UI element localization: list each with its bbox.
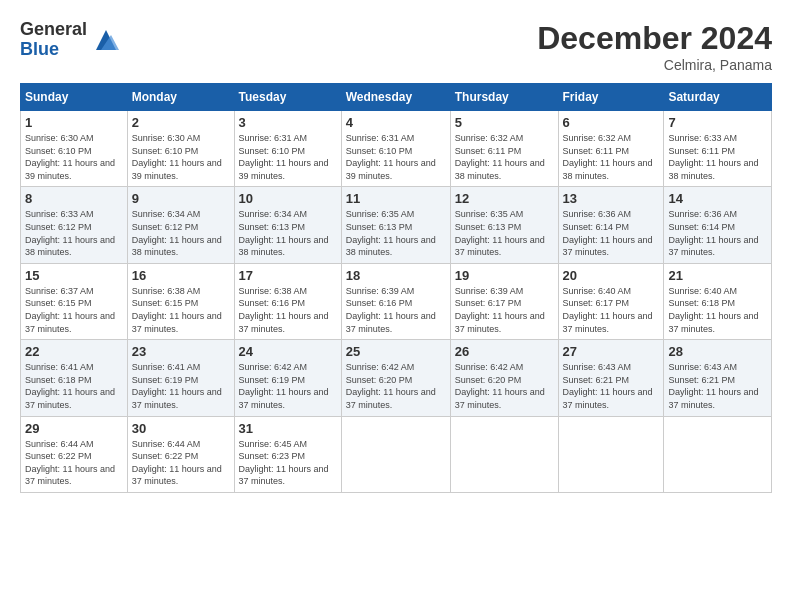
day-of-week-header: Friday [558, 84, 664, 111]
sunset-label: Sunset: 6:18 PM [668, 298, 735, 308]
sunset-label: Sunset: 6:17 PM [455, 298, 522, 308]
sunrise-label: Sunrise: 6:36 AM [668, 209, 737, 219]
daylight-label: Daylight: 11 hours and 38 minutes. [132, 235, 222, 258]
day-of-week-header: Thursday [450, 84, 558, 111]
calendar-cell: 18 Sunrise: 6:39 AM Sunset: 6:16 PM Dayl… [341, 263, 450, 339]
day-info: Sunrise: 6:38 AM Sunset: 6:16 PM Dayligh… [239, 285, 337, 335]
calendar-cell: 19 Sunrise: 6:39 AM Sunset: 6:17 PM Dayl… [450, 263, 558, 339]
sunrise-label: Sunrise: 6:40 AM [668, 286, 737, 296]
day-info: Sunrise: 6:40 AM Sunset: 6:17 PM Dayligh… [563, 285, 660, 335]
day-number: 4 [346, 115, 446, 130]
sunset-label: Sunset: 6:22 PM [25, 451, 92, 461]
calendar-cell: 27 Sunrise: 6:43 AM Sunset: 6:21 PM Dayl… [558, 340, 664, 416]
day-number: 22 [25, 344, 123, 359]
day-number: 26 [455, 344, 554, 359]
day-number: 31 [239, 421, 337, 436]
sunset-label: Sunset: 6:18 PM [25, 375, 92, 385]
daylight-label: Daylight: 11 hours and 39 minutes. [132, 158, 222, 181]
calendar-cell: 12 Sunrise: 6:35 AM Sunset: 6:13 PM Dayl… [450, 187, 558, 263]
sunset-label: Sunset: 6:14 PM [563, 222, 630, 232]
sunrise-label: Sunrise: 6:42 AM [455, 362, 524, 372]
sunset-label: Sunset: 6:11 PM [455, 146, 522, 156]
day-number: 9 [132, 191, 230, 206]
sunset-label: Sunset: 6:16 PM [346, 298, 413, 308]
daylight-label: Daylight: 11 hours and 37 minutes. [25, 464, 115, 487]
day-info: Sunrise: 6:35 AM Sunset: 6:13 PM Dayligh… [455, 208, 554, 258]
day-info: Sunrise: 6:30 AM Sunset: 6:10 PM Dayligh… [132, 132, 230, 182]
day-info: Sunrise: 6:42 AM Sunset: 6:20 PM Dayligh… [455, 361, 554, 411]
calendar-cell: 6 Sunrise: 6:32 AM Sunset: 6:11 PM Dayli… [558, 111, 664, 187]
calendar-cell: 13 Sunrise: 6:36 AM Sunset: 6:14 PM Dayl… [558, 187, 664, 263]
daylight-label: Daylight: 11 hours and 38 minutes. [668, 158, 758, 181]
day-info: Sunrise: 6:42 AM Sunset: 6:20 PM Dayligh… [346, 361, 446, 411]
daylight-label: Daylight: 11 hours and 38 minutes. [346, 235, 436, 258]
calendar-cell: 3 Sunrise: 6:31 AM Sunset: 6:10 PM Dayli… [234, 111, 341, 187]
sunset-label: Sunset: 6:16 PM [239, 298, 306, 308]
day-info: Sunrise: 6:33 AM Sunset: 6:11 PM Dayligh… [668, 132, 767, 182]
daylight-label: Daylight: 11 hours and 37 minutes. [239, 311, 329, 334]
day-number: 29 [25, 421, 123, 436]
sunset-label: Sunset: 6:20 PM [455, 375, 522, 385]
day-number: 14 [668, 191, 767, 206]
title-section: December 2024 Celmira, Panama [537, 20, 772, 73]
day-info: Sunrise: 6:33 AM Sunset: 6:12 PM Dayligh… [25, 208, 123, 258]
sunrise-label: Sunrise: 6:41 AM [25, 362, 94, 372]
calendar-cell: 7 Sunrise: 6:33 AM Sunset: 6:11 PM Dayli… [664, 111, 772, 187]
sunrise-label: Sunrise: 6:32 AM [563, 133, 632, 143]
daylight-label: Daylight: 11 hours and 37 minutes. [25, 311, 115, 334]
sunrise-label: Sunrise: 6:39 AM [455, 286, 524, 296]
calendar-cell [664, 416, 772, 492]
location: Celmira, Panama [537, 57, 772, 73]
daylight-label: Daylight: 11 hours and 37 minutes. [563, 235, 653, 258]
sunrise-label: Sunrise: 6:32 AM [455, 133, 524, 143]
calendar-header-row: SundayMondayTuesdayWednesdayThursdayFrid… [21, 84, 772, 111]
daylight-label: Daylight: 11 hours and 37 minutes. [455, 235, 545, 258]
daylight-label: Daylight: 11 hours and 38 minutes. [25, 235, 115, 258]
month-title: December 2024 [537, 20, 772, 57]
day-number: 11 [346, 191, 446, 206]
calendar-cell: 11 Sunrise: 6:35 AM Sunset: 6:13 PM Dayl… [341, 187, 450, 263]
calendar-cell: 17 Sunrise: 6:38 AM Sunset: 6:16 PM Dayl… [234, 263, 341, 339]
sunset-label: Sunset: 6:14 PM [668, 222, 735, 232]
sunset-label: Sunset: 6:13 PM [346, 222, 413, 232]
calendar-cell: 16 Sunrise: 6:38 AM Sunset: 6:15 PM Dayl… [127, 263, 234, 339]
day-number: 25 [346, 344, 446, 359]
sunset-label: Sunset: 6:10 PM [132, 146, 199, 156]
daylight-label: Daylight: 11 hours and 37 minutes. [346, 311, 436, 334]
day-info: Sunrise: 6:41 AM Sunset: 6:19 PM Dayligh… [132, 361, 230, 411]
daylight-label: Daylight: 11 hours and 39 minutes. [346, 158, 436, 181]
sunrise-label: Sunrise: 6:36 AM [563, 209, 632, 219]
day-number: 27 [563, 344, 660, 359]
sunrise-label: Sunrise: 6:42 AM [239, 362, 308, 372]
sunset-label: Sunset: 6:23 PM [239, 451, 306, 461]
daylight-label: Daylight: 11 hours and 37 minutes. [239, 387, 329, 410]
sunset-label: Sunset: 6:19 PM [239, 375, 306, 385]
daylight-label: Daylight: 11 hours and 38 minutes. [455, 158, 545, 181]
day-info: Sunrise: 6:45 AM Sunset: 6:23 PM Dayligh… [239, 438, 337, 488]
sunrise-label: Sunrise: 6:41 AM [132, 362, 201, 372]
daylight-label: Daylight: 11 hours and 37 minutes. [132, 464, 222, 487]
calendar-cell: 8 Sunrise: 6:33 AM Sunset: 6:12 PM Dayli… [21, 187, 128, 263]
daylight-label: Daylight: 11 hours and 37 minutes. [668, 387, 758, 410]
day-info: Sunrise: 6:37 AM Sunset: 6:15 PM Dayligh… [25, 285, 123, 335]
sunrise-label: Sunrise: 6:45 AM [239, 439, 308, 449]
daylight-label: Daylight: 11 hours and 37 minutes. [455, 387, 545, 410]
sunrise-label: Sunrise: 6:44 AM [132, 439, 201, 449]
calendar-cell: 1 Sunrise: 6:30 AM Sunset: 6:10 PM Dayli… [21, 111, 128, 187]
sunrise-label: Sunrise: 6:38 AM [239, 286, 308, 296]
calendar-table: SundayMondayTuesdayWednesdayThursdayFrid… [20, 83, 772, 493]
sunset-label: Sunset: 6:21 PM [668, 375, 735, 385]
day-number: 12 [455, 191, 554, 206]
day-number: 30 [132, 421, 230, 436]
day-of-week-header: Saturday [664, 84, 772, 111]
sunset-label: Sunset: 6:10 PM [25, 146, 92, 156]
sunrise-label: Sunrise: 6:33 AM [25, 209, 94, 219]
calendar-cell: 22 Sunrise: 6:41 AM Sunset: 6:18 PM Dayl… [21, 340, 128, 416]
day-info: Sunrise: 6:34 AM Sunset: 6:13 PM Dayligh… [239, 208, 337, 258]
calendar-cell: 25 Sunrise: 6:42 AM Sunset: 6:20 PM Dayl… [341, 340, 450, 416]
calendar-cell: 20 Sunrise: 6:40 AM Sunset: 6:17 PM Dayl… [558, 263, 664, 339]
sunrise-label: Sunrise: 6:31 AM [239, 133, 308, 143]
calendar-cell: 29 Sunrise: 6:44 AM Sunset: 6:22 PM Dayl… [21, 416, 128, 492]
sunset-label: Sunset: 6:15 PM [25, 298, 92, 308]
calendar-cell [341, 416, 450, 492]
